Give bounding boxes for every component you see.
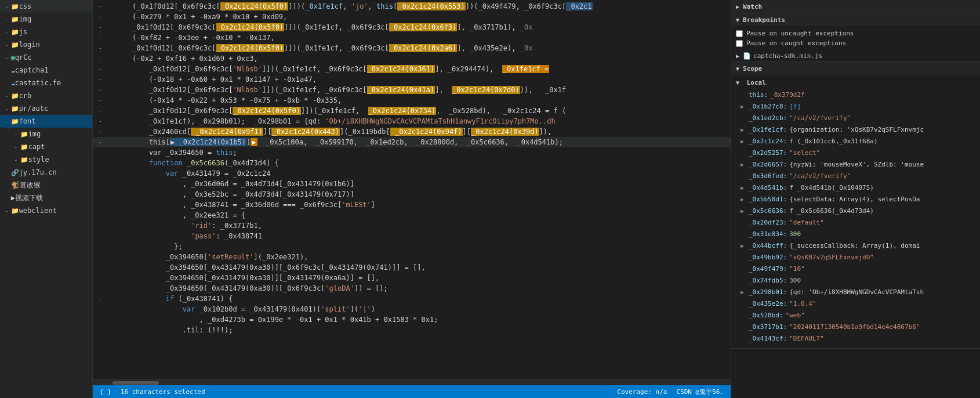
folder-icon: 📁 bbox=[11, 28, 19, 36]
watch-header[interactable]: ▶ Watch bbox=[731, 0, 980, 13]
pause-caught-label: Pause on caught exceptions bbox=[746, 39, 846, 47]
sidebar-item-prautc[interactable]: - 📁 pr/autc bbox=[0, 102, 92, 115]
code-line: - if (_0x438741) { bbox=[93, 294, 731, 304]
scope-var-31e834[interactable]: _0x31e834: 300 bbox=[731, 229, 980, 240]
scope-var-298b01[interactable]: ▶ _0x298b01: {qd: 'Ob+/i8XHBHWgNGDvCAcVC… bbox=[731, 287, 980, 298]
folder-icon: 📁 bbox=[11, 41, 19, 49]
code-line: _0x394650[_0x431479(0xa30)][_0x6f9c3c[_0… bbox=[93, 262, 731, 273]
scope-var-1b27c8[interactable]: ▶ _0x1b27c8: [f] bbox=[731, 101, 980, 113]
code-line: , _0x2ee321 = { bbox=[93, 210, 731, 220]
code-line: 'pass': _0x438741 bbox=[93, 231, 731, 241]
scope-header[interactable]: ▼ Scope bbox=[731, 62, 980, 75]
code-line: - _0x1f0d12[_0x6f9c3c[_0x2c1c24(0x5f0)]]… bbox=[93, 22, 731, 32]
scope-var-44bcff[interactable]: ▶ _0x44bcff: {_successCallback: Array(1)… bbox=[731, 240, 980, 252]
scope-var-4143cf[interactable]: _0x4143cf: "DEFAULT" bbox=[731, 333, 980, 345]
scope-var-435e2e[interactable]: _0x435e2e: "1.0.4" bbox=[731, 298, 980, 310]
sidebar-item-font[interactable]: - 📁 font bbox=[0, 115, 92, 128]
code-line: , _0xd4273b = 0x199e * -0x1 + 0x1 * 0x41… bbox=[93, 314, 731, 325]
code-line: - (-0xf82 + -0x3ee + -0x10 * -0x137, bbox=[93, 32, 731, 43]
code-line: .til: (!!!); bbox=[93, 325, 731, 335]
code-line: , _0x3e52bc = _0x4d73d4[_0x431479(0x717)… bbox=[93, 189, 731, 200]
folder-icon: 📁 bbox=[11, 16, 19, 23]
sidebar-item-qrcc[interactable]: - ▣ qrCc bbox=[0, 51, 92, 64]
sidebar-item-webclient[interactable]: - 📁 webclient bbox=[0, 204, 92, 217]
file-icon: 📄 bbox=[743, 52, 751, 60]
sidebar-item-css[interactable]: - 📁 css bbox=[0, 0, 92, 13]
status-bar: { } 16 characters selected Coverage: n/a… bbox=[93, 385, 731, 398]
cloud-icon: ☁ bbox=[11, 66, 15, 74]
scope-var-this[interactable]: this: _0x379d2f bbox=[731, 89, 980, 101]
folder-icon: 📁 bbox=[11, 105, 19, 113]
scope-var-74fdb5[interactable]: _0x74fdb5: 300 bbox=[731, 275, 980, 287]
folder-icon: 📁 bbox=[20, 131, 28, 138]
code-line: function _0x5c6636(_0x4d73d4) { bbox=[93, 158, 731, 168]
folder-icon: 📁 bbox=[20, 143, 28, 151]
sidebar-item-crb[interactable]: - 📁 crb bbox=[0, 89, 92, 102]
code-line: - _0x1f0d12[_0x6f9c3c[_0x2c1c24(0x5f0)]]… bbox=[93, 106, 731, 116]
sidebar-item-js[interactable]: - 📁 js bbox=[0, 26, 92, 38]
code-line: - (-0x2 + 0xf16 + 0x1d69 + 0xc3, bbox=[93, 53, 731, 64]
code-line: - _0x2460cd[ _0x2c1c24(0x9f1)][_0x2c1c24… bbox=[93, 126, 731, 137]
scope-var-1ed2cb[interactable]: _0x1ed2cb: "/ca/v2/fverify" bbox=[731, 113, 980, 124]
folder-icon: 📁 bbox=[11, 92, 19, 100]
file-explorer: - 📁 css - 📁 img - 📁 js - 📁 login - ▣ qrC… bbox=[0, 0, 93, 398]
scope-var-49f479[interactable]: _0x49f479: "10" bbox=[731, 263, 980, 275]
sidebar-item-login[interactable]: - 📁 login bbox=[0, 38, 92, 51]
sidebar-item-video[interactable]: ▶ 视频下载 bbox=[0, 191, 92, 204]
code-line: - _0x1f0d12[_0x6f9c3c[_0x2c1c24(0x5f0)]]… bbox=[93, 43, 731, 53]
sidebar-item-capt[interactable]: - 📁 capt bbox=[0, 140, 92, 153]
expand-arrow-icon: ▼ bbox=[736, 79, 739, 86]
code-panel[interactable]: - (_0x1f0d12[_0x6f9c3c[_0x2c1c24(0x5f0)]… bbox=[93, 0, 731, 379]
scope-var-5c6636[interactable]: ▶ _0x5c6636: f _0x5c6636(_0x4d73d4) bbox=[731, 205, 980, 217]
scope-var-20df23[interactable]: _0x20df23: "default" bbox=[731, 217, 980, 229]
sidebar-item-captcha1[interactable]: ☁ captcha1 bbox=[0, 64, 92, 77]
code-line: , _0x438741 = _0x36d06d === _0x6f9c3c['m… bbox=[93, 200, 731, 210]
scope-var-3717b1[interactable]: _0x3717b1: "20240117130540b1a9fbd14e4e48… bbox=[731, 321, 980, 333]
sidebar-item-jy17u[interactable]: 🔗 jy.17u.cn bbox=[0, 166, 92, 179]
sidebar-item-castatic[interactable]: ☁ castatic.fe bbox=[0, 77, 92, 89]
pause-uncaught-label: Pause on uncaught exceptions bbox=[746, 30, 854, 37]
expand-arrow-icon: ▼ bbox=[736, 66, 739, 72]
tampermonkey-icon: 🐒 bbox=[11, 181, 20, 189]
code-line: - (-0x18 + -0x60 + 0x1 * 0x1147 + -0x1a4… bbox=[93, 74, 731, 85]
scope-var-4d541b[interactable]: ▶ _0x4d541b: f _0x4d541b(_0x104075) bbox=[731, 182, 980, 194]
sidebar-item-fanyi[interactable]: 🐒 篡改猴 bbox=[0, 179, 92, 191]
file-icon: ▣ bbox=[11, 53, 15, 61]
scope-var-3d6fed[interactable]: _0x3d6fed: "/ca/v2/fverify" bbox=[731, 171, 980, 182]
debug-panel: ▶ Watch ▼ Breakpoints Pause on uncaught … bbox=[731, 0, 980, 398]
folder-icon: 📁 bbox=[11, 3, 19, 10]
pause-uncaught-checkbox[interactable] bbox=[736, 30, 743, 37]
status-coverage: Coverage: n/a bbox=[617, 388, 667, 396]
scope-var-528bd[interactable]: _0x528bd: "web" bbox=[731, 310, 980, 321]
scope-var-2d6657[interactable]: ▶ _0x2d6657: {nyzWi: 'mouseMoveX', SZdlb… bbox=[731, 159, 980, 171]
scope-var-1fe1cf[interactable]: ▶ _0x1fe1cf: {organization: 'xQsKB7v2qSF… bbox=[731, 124, 980, 136]
local-header: ▼ Local bbox=[731, 77, 980, 88]
scroll-thumb[interactable] bbox=[112, 381, 159, 385]
scope-var-2d5257[interactable]: _0x2d5257: "select" bbox=[731, 147, 980, 159]
breakpoints-content: Pause on uncaught exceptions Pause on ca… bbox=[731, 26, 980, 50]
code-line: _0x394650['setResult'](_0x2ee321), bbox=[93, 252, 731, 262]
scope-var-2c1c24[interactable]: ▶ _0x2c1c24: f (_0x101cc6,_0x31f68a) bbox=[731, 136, 980, 147]
pause-caught-checkbox[interactable] bbox=[736, 40, 743, 47]
horizontal-scrollbar[interactable] bbox=[93, 379, 731, 385]
code-line: - (-0x14 * -0x22 + 0x53 * -0x75 + -0xb *… bbox=[93, 95, 731, 106]
captcha-file-row[interactable]: ▶ 📄 captcha-sdk.min.js bbox=[731, 50, 980, 61]
scope-var-49bb92[interactable]: _0x49bb92: "xQsKB7v2qSFLFxnvmjdO" bbox=[731, 252, 980, 263]
sidebar-item-style[interactable]: - 📁 style bbox=[0, 153, 92, 166]
cloud-icon: ☁ bbox=[11, 79, 15, 87]
breakpoints-section: ▼ Breakpoints Pause on uncaught exceptio… bbox=[731, 13, 980, 62]
local-vars: this: _0x379d2f ▶ _0x1b27c8: [f] _0x1ed2… bbox=[731, 88, 980, 346]
scope-var-5b58d1[interactable]: ▶ _0x5b58d1: {selectData: Array(4), sele… bbox=[731, 194, 980, 205]
code-line: - _0x1f0d12[_0x6f9c3c['Nlbsb']])(_0x1fe1… bbox=[93, 64, 731, 74]
folder-icon: 📁 bbox=[11, 207, 19, 215]
code-line: var _0x431479 = _0x2c1c24 bbox=[93, 168, 731, 179]
sidebar-item-img1[interactable]: - 📁 img bbox=[0, 13, 92, 26]
sidebar-item-img2[interactable]: - 📁 img bbox=[0, 128, 92, 140]
folder-icon: 📁 bbox=[11, 118, 19, 125]
breakpoints-header[interactable]: ▼ Breakpoints bbox=[731, 13, 980, 26]
expand-arrow-icon: ▼ bbox=[736, 17, 739, 23]
breakpoints-label: Breakpoints bbox=[743, 16, 785, 24]
pause-caught-row[interactable]: Pause on caught exceptions bbox=[736, 38, 975, 48]
code-line: }; bbox=[93, 241, 731, 252]
pause-uncaught-row[interactable]: Pause on uncaught exceptions bbox=[736, 28, 975, 38]
